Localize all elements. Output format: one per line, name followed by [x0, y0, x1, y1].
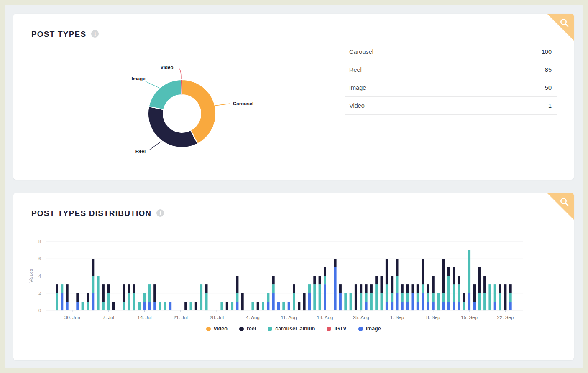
table-row: Video 1	[345, 97, 557, 115]
donut-label-reel: Reel	[135, 149, 146, 154]
leader-line-carousel	[215, 104, 230, 106]
bar-segment-reel	[442, 259, 445, 293]
bar-segment-reel	[133, 284, 135, 293]
legend-item-IGTV[interactable]: IGTV	[327, 326, 346, 332]
legend-dot-video	[206, 327, 211, 331]
bar-segment-carousel_album	[128, 293, 130, 310]
bar-segment-reel	[87, 293, 89, 302]
bar-segment-image	[76, 302, 79, 310]
stacked-bar-chart: Values 0246830. Jun7. Jul14. Jul21. Jul2…	[13, 193, 574, 322]
bar-segment-carousel_album	[313, 284, 316, 310]
bar-segment-reel	[427, 284, 429, 293]
leader-line-image	[146, 81, 160, 88]
y-tick-label: 2	[38, 291, 41, 296]
y-tick-label: 6	[38, 256, 41, 261]
legend-item-video[interactable]: video	[206, 326, 228, 332]
bar-segment-image	[143, 302, 146, 310]
donut-label-video: Video	[160, 65, 173, 70]
post-types-card: POST TYPESi Video Image Carousel Reel Ca…	[13, 14, 574, 180]
x-tick-label: 14. Jul	[138, 315, 152, 320]
bar-segment-image	[396, 293, 399, 310]
bar-segment-reel	[226, 302, 228, 310]
bar-segment-image	[427, 302, 429, 310]
chart-legend: videoreelcarousel_albumIGTVimage	[13, 326, 574, 332]
row-value: 85	[545, 66, 552, 73]
bar-segment-reel	[293, 284, 295, 293]
bar-segment-image	[339, 293, 342, 310]
bar-segment-reel	[432, 276, 435, 293]
post-types-distribution-card: POST TYPES DISTRIBUTIONi Values 0246830.…	[13, 193, 574, 360]
bar-segment-carousel_album	[468, 250, 470, 293]
bar-segment-reel	[401, 284, 404, 293]
bar-segment-carousel_album	[483, 293, 486, 310]
legend-item-carousel_album[interactable]: carousel_album	[268, 326, 315, 332]
bar-segment-reel	[339, 284, 342, 293]
bar-segment-carousel_album	[478, 293, 481, 310]
x-tick-label: 22. Sep	[497, 315, 514, 320]
bar-segment-carousel_album	[236, 293, 238, 302]
row-value: 100	[542, 48, 552, 55]
bar-segment-reel	[123, 284, 125, 302]
bar-segment-carousel_album	[102, 302, 105, 310]
bar-segment-reel	[365, 284, 368, 293]
bar-segment-carousel_album	[401, 293, 404, 302]
bar-segment-reel	[406, 284, 409, 293]
legend-label: carousel_album	[275, 326, 315, 332]
bar-segment-reel	[324, 267, 326, 276]
bar-segment-image	[236, 302, 238, 310]
bar-segment-reel	[236, 276, 238, 293]
bar-segment-reel	[478, 267, 481, 293]
bar-segment-carousel_album	[231, 302, 233, 310]
bar-segment-carousel_album	[87, 302, 89, 310]
bar-segment-reel	[447, 267, 450, 276]
bar-segment-reel	[396, 259, 399, 276]
bar-segment-carousel_album	[381, 293, 383, 310]
legend-item-image[interactable]: image	[358, 326, 381, 332]
bar-segment-carousel_album	[282, 302, 285, 310]
row-label: Video	[349, 102, 365, 109]
bar-segment-reel	[473, 284, 476, 302]
bar-segment-carousel_album	[293, 293, 295, 310]
bar-segment-reel	[66, 284, 69, 302]
bar-segment-reel	[463, 293, 465, 302]
magnifier-icon[interactable]	[559, 18, 570, 28]
legend-dot-IGTV	[327, 327, 331, 331]
bar-segment-carousel_album	[148, 284, 151, 302]
bar-segment-carousel_album	[365, 293, 368, 302]
bar-segment-carousel_album	[386, 284, 388, 302]
row-label: Image	[349, 84, 366, 91]
bar-segment-reel	[128, 284, 130, 293]
bar-segment-reel	[102, 284, 105, 302]
legend-item-reel[interactable]: reel	[239, 326, 256, 332]
bar-segment-reel	[303, 293, 306, 310]
x-tick-label: 18. Aug	[317, 315, 333, 320]
bar-segment-reel	[112, 302, 115, 310]
donut-slice-image	[149, 80, 182, 109]
bar-segment-carousel_album	[406, 293, 409, 302]
x-tick-label: 1. Sep	[390, 315, 404, 320]
bar-segment-image	[417, 302, 419, 310]
bar-segment-carousel_album	[488, 284, 491, 310]
bar-segment-reel	[412, 284, 414, 293]
bar-segment-reel	[499, 284, 501, 293]
bar-segment-image	[153, 302, 156, 310]
bar-segment-reel	[319, 276, 321, 285]
bar-segment-reel	[107, 284, 110, 293]
bar-segment-image	[169, 302, 171, 310]
x-tick-label: 25. Aug	[353, 315, 369, 320]
bar-segment-image	[365, 302, 368, 310]
bar-segment-reel	[483, 276, 486, 293]
bar-segment-reel	[504, 284, 506, 310]
bar-segment-carousel_album	[319, 284, 321, 310]
bar-segment-carousel_album	[427, 293, 429, 302]
x-tick-label: 28. Jul	[210, 315, 224, 320]
bar-segment-image	[272, 293, 275, 310]
bar-segment-reel	[195, 302, 197, 310]
legend-label: reel	[247, 326, 256, 332]
bar-segment-image	[432, 302, 435, 310]
bar-segment-reel	[205, 284, 208, 293]
page-background: POST TYPESi Video Image Carousel Reel Ca…	[5, 5, 583, 368]
bar-segment-reel	[153, 284, 156, 302]
bar-segment-image	[412, 293, 414, 310]
bar-segment-reel	[241, 293, 244, 310]
